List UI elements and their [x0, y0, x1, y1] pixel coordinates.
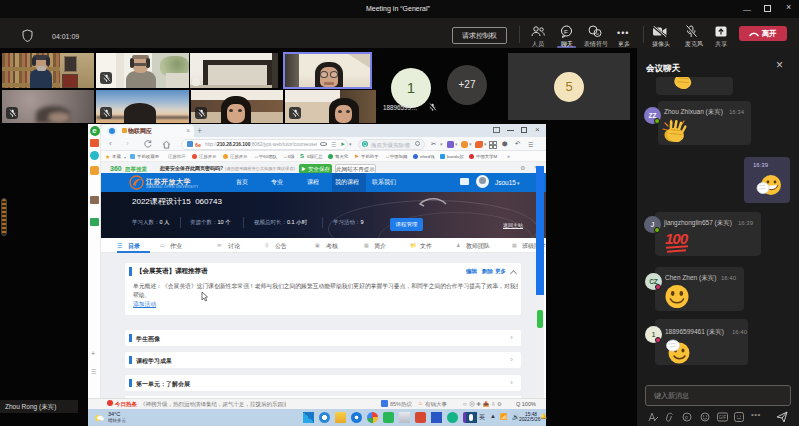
svg-text:p: p	[685, 414, 688, 420]
svg-text:GIF: GIF	[719, 415, 727, 420]
svg-text:F: F	[564, 29, 568, 35]
